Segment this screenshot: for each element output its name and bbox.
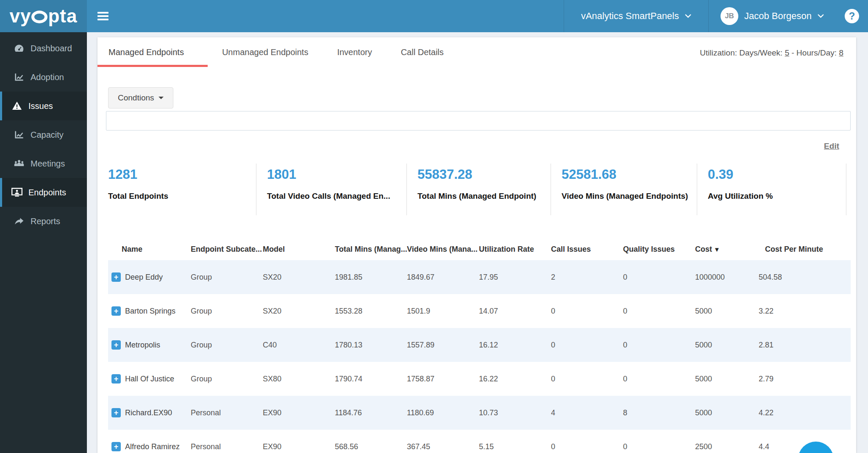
column-header-call-issues[interactable]: Call Issues bbox=[551, 242, 623, 260]
logo-text: vypta bbox=[10, 7, 78, 25]
sidebar-item-adoption[interactable]: Adoption bbox=[0, 63, 87, 92]
endpoint-name: Metropolis bbox=[125, 341, 160, 350]
table-header-row: Name Endpoint Subcate... Model Total Min… bbox=[108, 242, 851, 260]
users-icon bbox=[14, 158, 25, 169]
user-menu-dropdown[interactable]: JB Jacob Borgeson bbox=[709, 0, 836, 32]
expand-row-icon[interactable]: + bbox=[111, 408, 121, 417]
column-header-cost-per-minute[interactable]: Cost Per Minute bbox=[759, 242, 851, 260]
stat-label: Total Mins (Managed Endpoint) bbox=[417, 192, 551, 201]
caret-down-icon bbox=[159, 97, 164, 99]
share-arrow-icon bbox=[14, 216, 25, 226]
chevron-down-icon bbox=[685, 14, 691, 18]
stat-value: 1281 bbox=[108, 167, 256, 182]
gauge-icon bbox=[14, 43, 25, 53]
table-row[interactable]: +Hall Of Justice GroupSX80 1790.741758.8… bbox=[108, 362, 851, 396]
table-row[interactable]: +Metropolis GroupC40 1780.131557.89 16.1… bbox=[108, 328, 851, 362]
table-row[interactable]: +Deep Eddy GroupSX20 1981.851849.67 17.9… bbox=[108, 260, 851, 294]
stat-label: Video Mins (Managed Endpoints) bbox=[562, 192, 697, 201]
column-header-endpoint-subcategory[interactable]: Endpoint Subcate... bbox=[191, 242, 263, 260]
endpoint-name: Richard.EX90 bbox=[125, 409, 172, 417]
column-header-name[interactable]: Name bbox=[108, 242, 191, 260]
endpoint-name: Deep Eddy bbox=[125, 273, 163, 282]
column-header-cost[interactable]: Cost▼ bbox=[695, 242, 759, 260]
days-per-week-link[interactable]: 5 bbox=[785, 48, 790, 57]
logo-lens-icon bbox=[31, 11, 47, 23]
sidebar-item-issues[interactable]: Issues bbox=[0, 92, 87, 120]
sidebar-item-label: Dashboard bbox=[31, 44, 72, 53]
expand-row-icon[interactable]: + bbox=[111, 272, 121, 282]
tab-managed-endpoints[interactable]: Managed Endpoints bbox=[97, 37, 208, 67]
expand-row-icon[interactable]: + bbox=[111, 374, 121, 384]
avatar: JB bbox=[721, 7, 738, 25]
warning-triangle-icon bbox=[11, 101, 22, 111]
content-panel: Managed Endpoints Unmanaged Endpoints In… bbox=[97, 37, 856, 453]
endpoint-name: Hall Of Justice bbox=[125, 375, 174, 384]
utilization-middle: - Hours/Day: bbox=[792, 48, 837, 57]
app-logo[interactable]: vypta bbox=[0, 0, 87, 32]
tab-call-details[interactable]: Call Details bbox=[387, 37, 458, 67]
utilization-settings: Utilization: Days/Week: 5 - Hours/Day: 8 bbox=[700, 48, 843, 58]
question-mark-icon: ? bbox=[845, 9, 859, 23]
sidebar-item-capacity[interactable]: Capacity bbox=[0, 120, 87, 149]
kpi-summary-row: 1281 Total Endpoints 1801 Total Video Ca… bbox=[108, 164, 846, 215]
utilization-prefix: Utilization: Days/Week: bbox=[700, 48, 782, 57]
endpoint-monitor-icon bbox=[11, 187, 22, 197]
table-row[interactable]: +Barton Springs GroupSX20 1553.281501.9 … bbox=[108, 294, 851, 328]
product-selector-label: vAnalytics SmartPanels bbox=[581, 11, 679, 22]
edit-link[interactable]: Edit bbox=[824, 142, 839, 151]
endpoint-name: Alfredo Ramirez bbox=[125, 442, 180, 451]
sidebar-item-label: Capacity bbox=[31, 130, 64, 140]
sidebar-item-label: Reports bbox=[31, 217, 60, 226]
sidebar-item-label: Endpoints bbox=[28, 188, 66, 197]
sort-desc-icon: ▼ bbox=[714, 246, 720, 253]
sidebar-item-reports[interactable]: Reports bbox=[0, 207, 87, 236]
stat-label: Total Video Calls (Managed En... bbox=[267, 192, 406, 201]
endpoint-name: Barton Springs bbox=[125, 307, 175, 316]
table-row[interactable]: +Alfredo Ramirez PersonalEX90 568.56367.… bbox=[108, 430, 851, 453]
column-header-utilization-rate[interactable]: Utilization Rate bbox=[479, 242, 551, 260]
sidebar-item-label: Issues bbox=[28, 101, 53, 111]
chart-line-icon bbox=[14, 72, 25, 82]
hours-per-day-link[interactable]: 8 bbox=[839, 48, 843, 57]
stat-total-video-calls: 1801 Total Video Calls (Managed En... bbox=[256, 164, 407, 215]
chevron-down-icon bbox=[818, 14, 824, 18]
tab-inventory[interactable]: Inventory bbox=[323, 37, 386, 67]
endpoints-table: Name Endpoint Subcate... Model Total Min… bbox=[108, 242, 851, 453]
sidebar-nav: Dashboard Adoption Issues Capacity Meeti… bbox=[0, 32, 87, 453]
stat-video-mins: 52581.68 Video Mins (Managed Endpoints) bbox=[551, 164, 697, 215]
conditions-filter-input[interactable] bbox=[106, 111, 851, 131]
conditions-label: Condtions bbox=[118, 93, 154, 103]
top-header: vypta vAnalytics SmartPanels JB Jacob Bo… bbox=[0, 0, 868, 32]
stat-total-mins: 55837.28 Total Mins (Managed Endpoint) bbox=[407, 164, 551, 215]
hamburger-icon bbox=[97, 10, 108, 22]
stat-total-endpoints: 1281 Total Endpoints bbox=[108, 164, 256, 215]
sidebar-item-label: Adoption bbox=[31, 72, 64, 82]
expand-row-icon[interactable]: + bbox=[111, 442, 121, 451]
stat-value: 52581.68 bbox=[562, 167, 697, 182]
user-name: Jacob Borgeson bbox=[744, 11, 812, 22]
conditions-dropdown-button[interactable]: Condtions bbox=[108, 87, 173, 108]
sidebar-item-label: Meetings bbox=[31, 159, 65, 169]
chart-line-icon bbox=[14, 130, 25, 140]
stat-label: Avg Utilization % bbox=[708, 192, 846, 201]
stat-label: Total Endpoints bbox=[108, 192, 256, 201]
expand-row-icon[interactable]: + bbox=[111, 306, 121, 316]
tab-unmanaged-endpoints[interactable]: Unmanaged Endpoints bbox=[208, 37, 323, 67]
column-header-quality-issues[interactable]: Quality Issues bbox=[623, 242, 695, 260]
column-header-video-mins[interactable]: Video Mins (Mana... bbox=[407, 242, 479, 260]
table-row[interactable]: +Richard.EX90 PersonalEX90 1184.761180.6… bbox=[108, 396, 851, 430]
sidebar-item-dashboard[interactable]: Dashboard bbox=[0, 34, 87, 63]
help-button[interactable]: ? bbox=[836, 0, 868, 32]
expand-row-icon[interactable]: + bbox=[111, 340, 121, 350]
sidebar-toggle-button[interactable] bbox=[90, 0, 116, 32]
column-header-total-mins[interactable]: Total Mins (Manag... bbox=[335, 242, 407, 260]
product-selector-dropdown[interactable]: vAnalytics SmartPanels bbox=[564, 0, 709, 32]
stat-value: 1801 bbox=[267, 167, 406, 182]
sidebar-item-endpoints[interactable]: Endpoints bbox=[0, 178, 87, 207]
stat-avg-utilization: 0.39 Avg Utilization % bbox=[697, 164, 846, 215]
column-header-model[interactable]: Model bbox=[263, 242, 335, 260]
stat-value: 0.39 bbox=[708, 167, 846, 182]
stat-value: 55837.28 bbox=[417, 167, 551, 182]
sidebar-item-meetings[interactable]: Meetings bbox=[0, 149, 87, 178]
